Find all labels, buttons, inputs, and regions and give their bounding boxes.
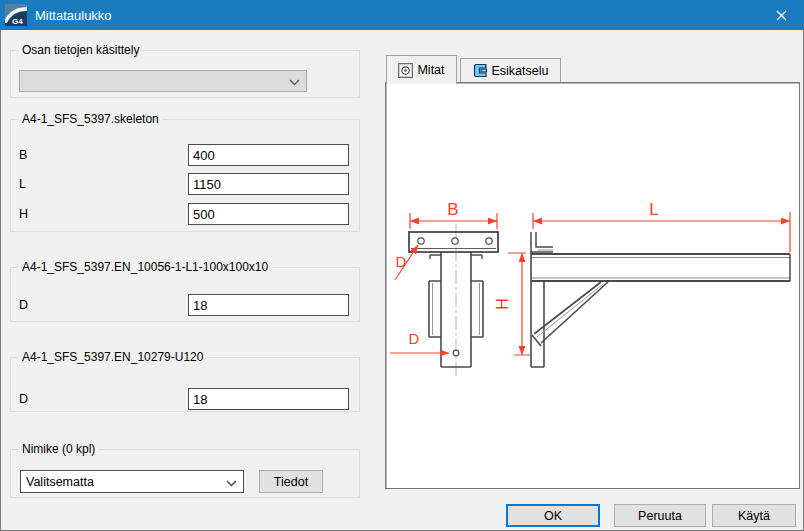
- tiedot-button[interactable]: Tiedot: [259, 470, 323, 493]
- l-input[interactable]: [188, 173, 349, 195]
- close-button[interactable]: [758, 0, 804, 30]
- group-part-data-handling: Osan tietojen käsittely: [10, 50, 360, 98]
- close-icon: [776, 10, 787, 21]
- d1-input[interactable]: [188, 294, 349, 316]
- window-title: Mittataulukko: [35, 8, 112, 23]
- dim-label-d-bottom: D: [409, 330, 420, 347]
- h-input[interactable]: [188, 203, 349, 225]
- group-label: Osan tietojen käsittely: [18, 43, 143, 57]
- dimension-target-icon: [398, 63, 413, 78]
- field-label-l: L: [19, 173, 26, 195]
- combobox-value: Valitsematta: [26, 475, 94, 489]
- nimike-combobox[interactable]: Valitsematta: [20, 470, 244, 493]
- kayta-button[interactable]: Käytä: [712, 504, 796, 527]
- field-label-d2: D: [19, 388, 28, 410]
- tab-label: Mitat: [417, 63, 444, 77]
- bracket-drawing-svg: B D D: [387, 84, 800, 489]
- g4-logo-icon: G4: [5, 4, 27, 26]
- field-label-b: B: [19, 144, 27, 166]
- group-en-10056: A4-1_SFS_5397.EN_10056-1-L1-100x100x10 D: [10, 267, 360, 322]
- chevron-down-icon: [226, 480, 237, 487]
- b-input[interactable]: [188, 144, 349, 166]
- preview-logo-icon: [473, 63, 488, 78]
- group-label: A4-1_SFS_5397.EN_10056-1-L1-100x100x10: [18, 260, 272, 274]
- group-label: Nimike (0 kpl): [18, 442, 99, 456]
- field-label-d1: D: [19, 294, 28, 316]
- field-label-h: H: [19, 203, 28, 225]
- tab-esikatselu[interactable]: Esikatselu: [460, 58, 561, 82]
- dim-label-d-top: D: [396, 253, 407, 270]
- tab-mitat[interactable]: Mitat: [386, 55, 457, 84]
- title-bar: G4 Mittataulukko: [0, 0, 804, 30]
- part-data-combobox[interactable]: [19, 70, 307, 92]
- tab-label: Esikatselu: [492, 64, 549, 78]
- dim-label-h: H: [494, 298, 511, 310]
- mittataulukko-dialog: G4 Mittataulukko Osan tietojen käsittely…: [0, 0, 804, 531]
- group-nimike: Nimike (0 kpl) Valitsematta Tiedot: [10, 449, 360, 498]
- svg-text:G4: G4: [12, 17, 23, 26]
- group-label: A4-1_SFS_5397.skeleton: [18, 112, 163, 126]
- group-label: A4-1_SFS_5397.EN_10279-U120: [18, 350, 207, 364]
- group-en-10279: A4-1_SFS_5397.EN_10279-U120 D: [10, 357, 360, 412]
- peruuta-button[interactable]: Peruuta: [614, 504, 706, 527]
- dim-label-b: B: [447, 200, 458, 219]
- chevron-down-icon: [289, 79, 300, 86]
- dim-label-l: L: [649, 200, 658, 219]
- ok-button[interactable]: OK: [506, 504, 600, 527]
- group-skeleton: A4-1_SFS_5397.skeleton B L H: [10, 119, 360, 232]
- d2-input[interactable]: [188, 388, 349, 410]
- preview-drawing-area: B D D: [385, 82, 800, 489]
